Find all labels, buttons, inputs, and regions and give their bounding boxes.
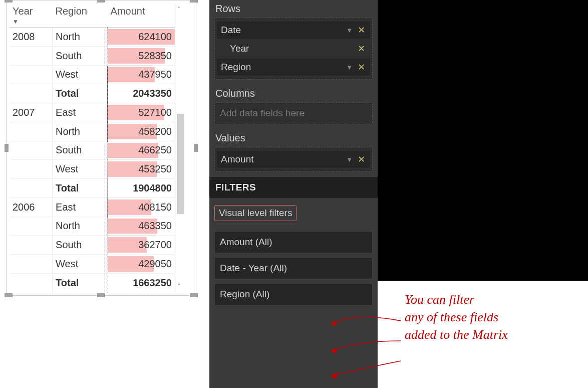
region-cell: North — [53, 217, 108, 236]
values-field-well[interactable]: Amount ▼ ✕ — [214, 147, 373, 172]
table-row[interactable]: South362700 — [10, 236, 175, 255]
region-cell: East — [53, 103, 108, 122]
rows-field-well[interactable]: Date ▼ ✕ Year ✕ Region ▼ ✕ — [214, 18, 373, 80]
filter-chip-amount[interactable]: Amount (All) — [214, 231, 373, 253]
matrix-visual[interactable]: Year ▼ Region Amount 2008North624100Sout… — [6, 0, 196, 296]
black-background — [378, 0, 588, 281]
chevron-down-icon[interactable]: ▼ — [342, 27, 357, 34]
region-cell: South — [53, 46, 108, 65]
resize-handle[interactable] — [5, 0, 13, 3]
resize-handle[interactable] — [97, 0, 105, 3]
table-row[interactable]: North458200 — [10, 122, 175, 141]
col-header-amount[interactable]: Amount — [108, 4, 175, 28]
field-label: Amount — [221, 154, 342, 165]
total-row: Total1663250 — [10, 273, 175, 292]
field-label: Region — [221, 62, 342, 73]
amount-cell: 437950 — [108, 65, 175, 84]
table-row[interactable]: West437950 — [10, 65, 175, 84]
region-cell: North — [53, 122, 108, 141]
region-cell: North — [53, 28, 108, 47]
scroll-down-icon[interactable]: ˅ — [177, 283, 181, 290]
table-row[interactable]: South466250 — [10, 141, 175, 160]
svg-marker-0 — [331, 320, 337, 326]
year-cell — [10, 122, 53, 141]
year-cell: 2006 — [10, 198, 53, 217]
amount-cell: 463350 — [108, 217, 175, 236]
region-cell: East — [53, 198, 108, 217]
table-row[interactable]: West453250 — [10, 160, 175, 179]
region-cell: South — [53, 141, 108, 160]
region-cell: West — [53, 160, 108, 179]
amount-cell: 458200 — [108, 122, 175, 141]
visual-level-filters-label[interactable]: Visual level filters — [214, 205, 297, 221]
columns-field-well[interactable]: Add data fields here — [214, 102, 373, 124]
filter-chip-date-year[interactable]: Date - Year (All) — [214, 257, 373, 279]
field-chip-amount[interactable]: Amount ▼ ✕ — [217, 151, 370, 168]
table-row[interactable]: South528350 — [10, 46, 175, 65]
chevron-down-icon[interactable]: ▼ — [342, 64, 357, 71]
year-cell — [10, 217, 53, 236]
amount-cell: 527100 — [108, 103, 175, 122]
table-row[interactable]: 2007East527100 — [10, 103, 175, 122]
close-icon[interactable]: ✕ — [357, 25, 366, 36]
region-cell: South — [53, 236, 108, 255]
field-chip-date[interactable]: Date ▼ ✕ — [217, 22, 370, 39]
col-header-year[interactable]: Year ▼ — [10, 4, 53, 28]
table-row[interactable]: 2006East408150 — [10, 198, 175, 217]
year-cell — [10, 65, 53, 84]
year-cell — [10, 141, 53, 160]
table-row[interactable]: West429050 — [10, 255, 175, 274]
close-icon[interactable]: ✕ — [357, 62, 366, 73]
chevron-down-icon[interactable]: ▼ — [342, 156, 357, 163]
scroll-thumb[interactable] — [177, 114, 184, 214]
resize-handle[interactable] — [190, 293, 198, 297]
amount-cell: 466250 — [108, 141, 175, 160]
year-cell — [10, 236, 53, 255]
amount-cell: 429050 — [108, 255, 175, 274]
svg-marker-2 — [331, 372, 338, 379]
col-header-region[interactable]: Region — [53, 4, 108, 28]
year-cell: 2007 — [10, 103, 53, 122]
total-row: Total2043350 — [10, 84, 175, 103]
resize-handle[interactable] — [190, 0, 198, 3]
svg-marker-1 — [331, 347, 337, 354]
amount-cell: 362700 — [108, 236, 175, 255]
region-cell: West — [53, 65, 108, 84]
annotation-text: You can filter any of these fields added… — [405, 291, 585, 343]
columns-section-label: Columns — [214, 85, 373, 102]
field-chip-year[interactable]: Year ✕ — [217, 40, 370, 57]
field-chip-region[interactable]: Region ▼ ✕ — [217, 59, 370, 76]
table-row[interactable]: North463350 — [10, 217, 175, 236]
resize-handle[interactable] — [97, 293, 105, 297]
year-cell — [10, 160, 53, 179]
resize-handle[interactable] — [5, 293, 13, 297]
year-cell — [10, 255, 53, 274]
resize-handle[interactable] — [5, 144, 9, 152]
close-icon[interactable]: ✕ — [357, 154, 366, 165]
total-row: Total1904800 — [10, 179, 175, 198]
amount-cell: 528350 — [108, 46, 175, 65]
vertical-scrollbar[interactable]: ˄ ˅ — [175, 4, 186, 292]
sort-desc-icon: ▼ — [13, 18, 50, 25]
region-cell: West — [53, 255, 108, 274]
field-label: Date — [221, 25, 342, 36]
resize-handle[interactable] — [194, 144, 198, 152]
values-section-label: Values — [214, 129, 373, 147]
year-cell — [10, 46, 53, 65]
amount-cell: 408150 — [108, 198, 175, 217]
amount-cell: 453250 — [108, 160, 175, 179]
amount-cell: 624100 — [108, 28, 175, 47]
rows-section-label: Rows — [214, 0, 373, 18]
year-cell: 2008 — [10, 28, 53, 47]
field-label: Year — [230, 43, 357, 54]
table-row[interactable]: 2008North624100 — [10, 28, 175, 47]
close-icon[interactable]: ✕ — [357, 43, 366, 54]
filters-header: FILTERS — [209, 177, 378, 198]
matrix-table: Year ▼ Region Amount 2008North624100Sout… — [10, 4, 175, 292]
scroll-up-icon[interactable]: ˄ — [177, 6, 181, 13]
annotation-arrows — [316, 296, 416, 386]
